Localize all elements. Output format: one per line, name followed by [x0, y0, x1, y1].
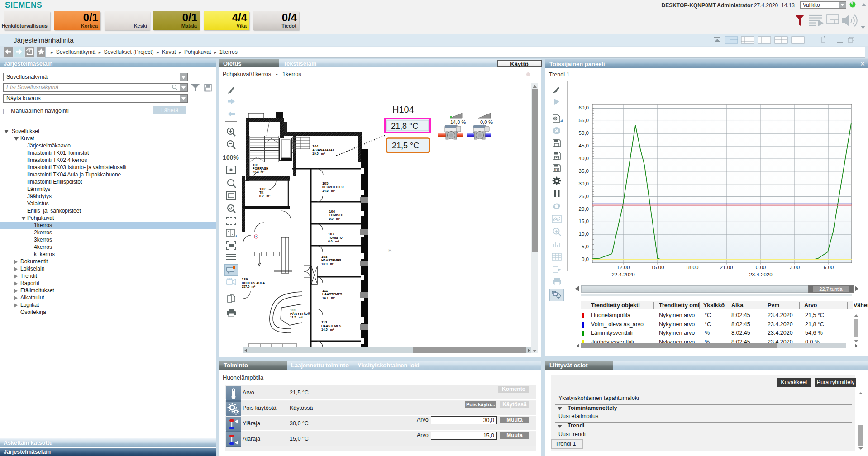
svg-text:111: 111 [290, 308, 296, 312]
svg-text:104: 104 [312, 144, 319, 148]
svg-text:113: 113 [321, 320, 327, 324]
svg-text:B: B [388, 248, 391, 253]
svg-text:101: 101 [253, 163, 259, 167]
svg-text:14.5 m²: 14.5 m² [321, 328, 334, 331]
svg-text:NEUVOTTELU: NEUVOTTELU [322, 185, 343, 189]
svg-text:102: 102 [259, 187, 266, 191]
svg-text:H104: H104 [392, 104, 414, 114]
svg-text:106: 106 [329, 209, 335, 214]
svg-text:13.9 m²: 13.9 m² [321, 262, 334, 266]
svg-text:PÄIVYSTÄJÄ: PÄIVYSTÄJÄ [290, 312, 310, 315]
svg-text:HAASTEMES: HAASTEMES [321, 259, 341, 262]
svg-text:TOMISTO: TOMISTO [329, 214, 343, 217]
svg-text:6.0 m²: 6.0 m² [329, 217, 340, 220]
svg-text:0,0 %: 0,0 % [480, 119, 493, 125]
svg-text:108: 108 [321, 255, 328, 259]
svg-text:107: 107 [328, 232, 334, 236]
svg-text:14.1 m²: 14.1 m² [322, 296, 335, 299]
svg-text:111: 111 [322, 289, 328, 293]
svg-text:TK: TK [259, 191, 263, 194]
svg-text:ASIANAJAJAT: ASIANAJAJAT [312, 148, 334, 152]
svg-text:11.5 m²: 11.5 m² [290, 316, 303, 319]
svg-text:HAASTEMES: HAASTEMES [321, 324, 341, 328]
svg-text:PORRASH: PORRASH [253, 167, 268, 170]
svg-text:21,5 °C: 21,5 °C [392, 141, 419, 150]
svg-text:105: 105 [322, 181, 329, 185]
svg-text:D: D [555, 168, 558, 172]
svg-text:19.5 m²: 19.5 m² [312, 152, 325, 155]
svg-text:139: 139 [242, 277, 248, 281]
svg-text:14.6 m²: 14.6 m² [322, 189, 335, 192]
svg-text:8.2 m²: 8.2 m² [259, 195, 271, 198]
svg-text:ODOTUS AULA: ODOTUS AULA [242, 281, 265, 285]
svg-text:HAASTEMES: HAASTEMES [322, 293, 342, 296]
svg-text:6.0 m²: 6.0 m² [328, 240, 339, 243]
svg-text:257.0 m²: 257.0 m² [242, 285, 256, 288]
svg-text:21,8 °C: 21,8 °C [391, 122, 418, 131]
svg-text:14,8 %: 14,8 % [450, 119, 466, 125]
svg-text:22.4 m²: 22.4 m² [253, 171, 265, 174]
svg-text:TOMISTO: TOMISTO [328, 236, 343, 239]
